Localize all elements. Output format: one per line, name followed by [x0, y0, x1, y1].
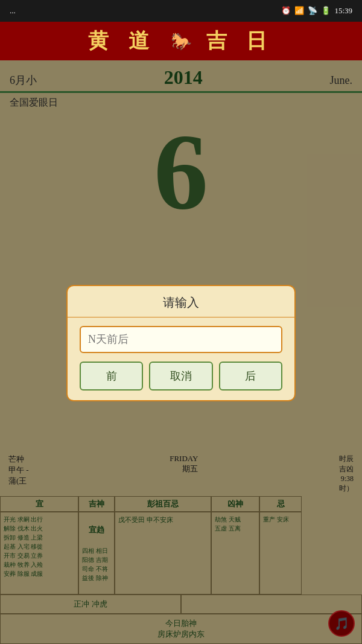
status-dots: ... [10, 6, 16, 16]
dialog-input[interactable] [80, 326, 282, 353]
header-title-left: 黄 道 [88, 27, 156, 55]
header-title-right: 吉 日 [206, 27, 275, 55]
wifi-icon: 📶 [294, 6, 304, 16]
dialog-buttons: 前 取消 后 [80, 362, 282, 391]
status-bar: ... ⏰ 📶 📡 🔋 15:39 [0, 0, 362, 22]
app-header: 黄 道 🐎 吉 日 [0, 22, 362, 60]
btn-cancel[interactable]: 取消 [149, 362, 212, 391]
alarm-icon: ⏰ [281, 6, 291, 16]
btn-hou[interactable]: 后 [219, 362, 282, 391]
status-icons: ⏰ 📶 📡 🔋 15:39 [281, 6, 352, 16]
horse-icon: 🐎 [171, 31, 192, 51]
signal-icon: 📡 [308, 6, 317, 16]
dialog-body: 前 取消 后 [68, 317, 294, 400]
input-dialog: 请输入 前 取消 后 [66, 285, 296, 401]
calendar-main: 6月小 2014 June. 全国爱眼日 6 芒种 甲午 - 蒲(王 FRIDA… [0, 60, 362, 644]
status-time: 15:39 [334, 6, 352, 16]
btn-qian[interactable]: 前 [80, 362, 143, 391]
dialog-title: 请输入 [68, 286, 294, 317]
battery-icon: 🔋 [321, 6, 331, 16]
